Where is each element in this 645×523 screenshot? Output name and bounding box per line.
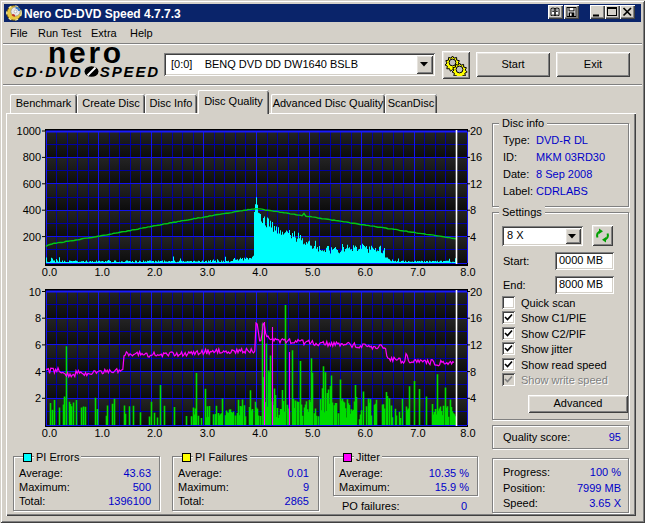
svg-text:5.0: 5.0: [305, 427, 320, 439]
svg-text:4: 4: [35, 366, 41, 378]
svg-text:12: 12: [470, 339, 482, 351]
svg-text:8.0: 8.0: [460, 266, 475, 278]
svg-text:7.0: 7.0: [410, 427, 425, 439]
svg-text:8: 8: [470, 366, 476, 378]
svg-text:20: 20: [470, 125, 482, 137]
svg-text:16: 16: [470, 312, 482, 324]
svg-text:12: 12: [470, 178, 482, 190]
svg-text:8.0: 8.0: [460, 427, 475, 439]
svg-text:1.0: 1.0: [94, 427, 109, 439]
svg-text:1000: 1000: [17, 125, 41, 137]
svg-text:20: 20: [470, 286, 482, 298]
svg-text:2.0: 2.0: [147, 266, 162, 278]
svg-text:4: 4: [470, 392, 476, 404]
svg-text:6.0: 6.0: [358, 266, 373, 278]
svg-text:8: 8: [35, 312, 41, 324]
svg-text:7.0: 7.0: [410, 266, 425, 278]
svg-text:200: 200: [23, 231, 41, 243]
svg-text:1.0: 1.0: [94, 266, 109, 278]
svg-text:3.0: 3.0: [200, 427, 215, 439]
svg-text:400: 400: [23, 204, 41, 216]
svg-text:4.0: 4.0: [252, 427, 267, 439]
svg-text:0.0: 0.0: [42, 266, 57, 278]
svg-text:16: 16: [470, 151, 482, 163]
svg-text:0.0: 0.0: [42, 427, 57, 439]
svg-text:3.0: 3.0: [200, 266, 215, 278]
svg-text:6.0: 6.0: [358, 427, 373, 439]
svg-text:8: 8: [470, 204, 476, 216]
svg-text:6: 6: [35, 339, 41, 351]
svg-text:800: 800: [23, 151, 41, 163]
svg-text:4.0: 4.0: [252, 266, 267, 278]
svg-text:2.0: 2.0: [147, 427, 162, 439]
svg-text:600: 600: [23, 178, 41, 190]
svg-text:5.0: 5.0: [305, 266, 320, 278]
svg-text:10: 10: [29, 286, 41, 298]
svg-text:4: 4: [470, 231, 476, 243]
svg-text:2: 2: [35, 392, 41, 404]
